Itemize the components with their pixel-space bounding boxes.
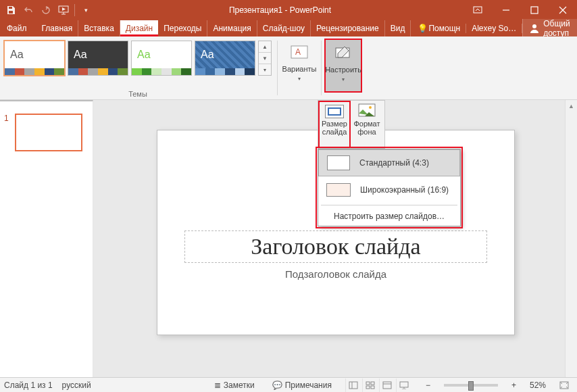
theme-office[interactable]: Aa: [4, 41, 65, 76]
variants-button[interactable]: A Варианты ▾: [280, 39, 318, 93]
tab-tell-me[interactable]: 💡Помощн: [411, 24, 466, 33]
menu-separator: [321, 205, 457, 205]
thumbnail-row[interactable]: 1: [4, 114, 89, 151]
scroll-up-icon[interactable]: ▲: [259, 41, 271, 53]
tab-home[interactable]: Главная: [36, 20, 79, 36]
slide-thumbnail[interactable]: [15, 114, 82, 151]
notes-icon: ≣: [214, 381, 221, 390]
slide-size-button[interactable]: Размер слайда: [318, 101, 351, 148]
language-status[interactable]: русский: [62, 381, 91, 390]
menu-item-standard[interactable]: Стандартный (4:3): [318, 149, 460, 176]
tab-slideshow[interactable]: Слайд-шоу: [257, 20, 311, 36]
svg-rect-17: [371, 386, 374, 389]
svg-rect-3: [474, 7, 482, 13]
customize-button[interactable]: Настроить ▾: [324, 39, 362, 93]
window-controls: [463, 0, 577, 20]
tab-insert[interactable]: Вставка: [78, 20, 120, 36]
ribbon: Aa Aa Aa Aa ▲ ▼ ▾ Темы: [0, 36, 577, 100]
zoom-level[interactable]: 52%: [530, 381, 546, 390]
tab-account[interactable]: Alexey So…: [466, 24, 522, 33]
subtitle-placeholder[interactable]: Подзаголовок слайда: [184, 268, 487, 280]
gallery-expand-icon[interactable]: ▾: [259, 64, 271, 75]
normal-view-icon[interactable]: [345, 378, 361, 392]
slideshow-view-icon[interactable]: [396, 378, 412, 392]
chevron-down-icon: ▾: [298, 76, 301, 82]
zoom-in-button[interactable]: +: [507, 381, 520, 390]
workspace: 1 Заголовок слайда Подзаголовок слайда ▲: [0, 100, 577, 377]
ribbon-separator: [277, 41, 278, 95]
slide-size-icon: [325, 105, 344, 118]
svg-rect-12: [349, 382, 357, 389]
slide-size-label: Размер слайда: [320, 120, 349, 136]
variants-icon: A: [288, 43, 310, 62]
customize-label: Настроить: [325, 66, 361, 74]
themes-group: Aa Aa Aa Aa ▲ ▼ ▾ Темы: [0, 36, 276, 99]
comments-label: Примечания: [285, 381, 332, 390]
maximize-icon[interactable]: [520, 0, 549, 20]
fit-to-window-icon[interactable]: [555, 381, 573, 389]
tab-transitions[interactable]: Переходы: [158, 20, 207, 36]
ribbon-separator-2: [321, 41, 322, 95]
format-background-icon: [358, 103, 376, 118]
undo-icon[interactable]: [20, 2, 36, 18]
redo-icon[interactable]: [38, 2, 54, 18]
svg-rect-14: [366, 382, 370, 385]
svg-text:A: A: [295, 47, 301, 57]
ribbon-options-icon[interactable]: [463, 0, 492, 20]
ribbon-tabs: Файл Главная Вставка Дизайн Переходы Ани…: [0, 20, 577, 36]
svg-rect-5: [531, 7, 538, 14]
zoom-out-button[interactable]: −: [422, 381, 434, 390]
theme-dark[interactable]: Aa: [68, 41, 128, 76]
qat-separator: [74, 4, 75, 16]
svg-rect-15: [371, 382, 374, 385]
tab-file[interactable]: Файл: [0, 20, 36, 36]
close-icon[interactable]: [549, 0, 577, 20]
person-icon: [530, 24, 539, 33]
tab-view[interactable]: Вид: [385, 20, 411, 36]
variants-label: Варианты: [282, 65, 317, 73]
themes-scroll[interactable]: ▲ ▼ ▾: [258, 41, 272, 76]
themes-gallery[interactable]: Aa Aa Aa Aa ▲ ▼ ▾: [4, 41, 272, 76]
format-background-button[interactable]: Формат фона: [351, 101, 383, 148]
tab-design[interactable]: Дизайн: [120, 20, 158, 36]
status-bar: Слайд 1 из 1 русский ≣ Заметки 💬 Примеча…: [0, 377, 577, 392]
menu-item-custom-size[interactable]: Настроить размер слайдов…: [318, 207, 460, 226]
notes-button[interactable]: ≣ Заметки: [210, 381, 259, 390]
start-slideshow-icon[interactable]: [55, 2, 72, 18]
title-placeholder[interactable]: Заголовок слайда: [184, 230, 487, 263]
svg-point-11: [369, 106, 372, 109]
ratio-4-3-icon: [327, 155, 350, 170]
svg-rect-1: [9, 11, 13, 14]
window-title: Презентация1 - PowerPoint: [97, 5, 463, 15]
themes-group-label: Темы: [4, 90, 272, 99]
minimize-icon[interactable]: [492, 0, 520, 20]
tab-animation[interactable]: Анимация: [207, 20, 257, 36]
slide-number: 1: [4, 114, 11, 151]
qat-customize-icon[interactable]: ▾: [78, 2, 94, 18]
tab-review[interactable]: Рецензирование: [311, 20, 385, 36]
menu-item-widescreen[interactable]: Широкоэкранный (16:9): [318, 176, 460, 203]
vertical-scrollbar[interactable]: ▲: [565, 100, 577, 377]
slide-size-group: Размер слайда Формат фона: [318, 100, 385, 149]
theme-blue-pattern[interactable]: Aa: [195, 41, 255, 76]
quick-access-toolbar: ▾: [0, 2, 97, 18]
share-button[interactable]: Общий доступ: [522, 19, 577, 38]
tab-tell-me-label: Помощн: [428, 24, 460, 33]
save-icon[interactable]: [3, 2, 19, 18]
svg-rect-16: [366, 386, 370, 389]
zoom-slider[interactable]: [444, 384, 498, 387]
reading-view-icon[interactable]: [379, 378, 395, 392]
format-background-label: Формат фона: [351, 120, 383, 136]
menu-item-widescreen-label: Широкоэкранный (16:9): [360, 185, 449, 195]
comments-icon: 💬: [272, 381, 282, 390]
comments-button[interactable]: 💬 Примечания: [268, 381, 336, 390]
svg-rect-18: [383, 382, 391, 389]
notes-label: Заметки: [224, 381, 255, 390]
scroll-down-icon[interactable]: ▼: [259, 53, 271, 64]
theme-green[interactable]: Aa: [131, 41, 192, 76]
scroll-up-icon[interactable]: ▲: [566, 100, 577, 112]
svg-point-6: [532, 24, 536, 28]
sorter-view-icon[interactable]: [362, 378, 378, 392]
lightbulb-icon: 💡: [416, 24, 428, 33]
slide-count[interactable]: Слайд 1 из 1: [4, 381, 53, 390]
